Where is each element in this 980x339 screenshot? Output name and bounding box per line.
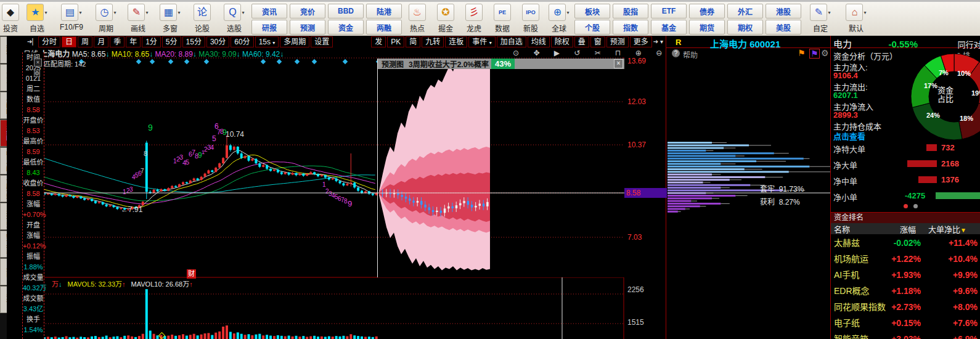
rank-name[interactable]: EDR概念	[834, 283, 870, 299]
collapse-sidebar-icon[interactable]: ➔▏	[27, 38, 37, 45]
toolbar-item-掘金[interactable]: ✪掘金	[431, 2, 460, 36]
tab-季[interactable]: 季	[110, 36, 125, 47]
cai-badge[interactable]: 财	[187, 269, 196, 279]
tab-日[interactable]: 日	[62, 36, 76, 47]
toolbar-item-F10/F9[interactable]: ▤▾F10/F9	[53, 2, 90, 36]
toolbar-button-研报[interactable]: 研报	[251, 20, 287, 35]
toolbar-button-预测[interactable]: 预测	[290, 20, 325, 35]
rank-name[interactable]: AI手机	[834, 267, 859, 283]
tab-事件[interactable]: 事件 ▾	[468, 36, 495, 47]
gear-icon[interactable]: ⚙	[34, 67, 40, 78]
toolbar-button-板块[interactable]: 板块	[574, 4, 610, 18]
help-label[interactable]: 帮助	[683, 49, 698, 60]
toolbar-button-外汇[interactable]: 外汇	[727, 4, 763, 18]
rank-name[interactable]: 电子纸	[834, 315, 860, 331]
sidebar-tab-自选设置[interactable]: 自选设置	[0, 203, 7, 230]
chevron-down-icon[interactable]: ▾	[828, 10, 830, 15]
chevron-down-icon[interactable]: ▾	[145, 10, 148, 15]
chart-tool-icons[interactable]: ⊙ ✥ ▶ ↺ ✂ ⊓ ⊕ ⊖	[513, 49, 668, 57]
sector-name[interactable]: 电力	[833, 39, 852, 49]
close-icon[interactable]: ×	[34, 59, 42, 67]
chevron-down-icon[interactable]: ▾	[178, 10, 180, 15]
toolbar-button-期权[interactable]: 期权	[727, 20, 763, 35]
chevron-down-icon[interactable]: ▾	[242, 10, 244, 15]
fund-row[interactable]: 点击查看	[833, 130, 865, 142]
tab-60分[interactable]: 60分	[231, 36, 253, 47]
toolbar-item-多窗[interactable]: ▦▾多窗	[154, 2, 186, 36]
toolbar-item-全球[interactable]: ⊕▾全球	[545, 2, 573, 36]
chevron-down-icon[interactable]: ▾	[864, 10, 866, 15]
toolbar-button-ETF[interactable]: ETF	[651, 4, 687, 18]
toolbar-button-期货[interactable]: 期货	[689, 20, 725, 35]
sidebar-tab-K线图[interactable]: K线图	[0, 120, 7, 147]
tab-九转[interactable]: 九转	[422, 36, 444, 47]
toolbar-button-港股[interactable]: 港股	[766, 4, 801, 18]
toolbar-item-热点[interactable]: ♨热点	[403, 2, 431, 36]
chevron-down-icon[interactable]: ▾	[566, 10, 569, 15]
toolbar-button-BBD[interactable]: BBD	[328, 4, 364, 18]
toolbar-item-龙虎[interactable]: 彡龙虎	[460, 2, 488, 36]
prediction-header[interactable]: 预测图 3周期收益大于2.0%概率 43% ×	[378, 59, 624, 69]
tab-15分[interactable]: 15分	[182, 36, 205, 47]
tab-预测[interactable]: 预测	[606, 36, 629, 47]
toolbar-item-新股[interactable]: IPO新股	[517, 2, 545, 36]
stock-name-code[interactable]: 上海电力 600021	[710, 37, 780, 50]
rank-row-EDR概念[interactable]: EDR概念 +1.18% +9.6%	[831, 283, 980, 299]
close-icon[interactable]: ×	[614, 59, 623, 68]
pagination-dot-active[interactable]	[904, 204, 908, 208]
tab-均线[interactable]: 均线	[528, 36, 550, 47]
orange-flag-icon[interactable]: ⚑	[798, 49, 806, 57]
col-ratio[interactable]: 大单净比▼	[928, 223, 966, 235]
rank-row-智能音箱[interactable]: 智能音箱 +3.03% +6.9%	[831, 331, 980, 339]
toolbar-button-竞价[interactable]: 竞价	[290, 4, 325, 18]
expand-more-icon[interactable]: ➔ ▾	[653, 38, 663, 45]
chevron-down-icon[interactable]: ▾	[44, 10, 47, 15]
toolbar-button-陆港[interactable]: 陆港	[366, 4, 402, 18]
rank-row-太赫兹[interactable]: 太赫兹 -0.02% +11.4%	[831, 235, 980, 251]
sidebar-tab-资讯[interactable]: 资讯	[0, 286, 7, 313]
col-change[interactable]: 涨幅	[900, 223, 916, 235]
toolbar-item-画线[interactable]: ✎▾画线	[122, 2, 154, 36]
tab-15s[interactable]: 15s ▾	[255, 36, 279, 47]
tab-周[interactable]: 周	[78, 36, 92, 47]
tab-连板[interactable]: 连板	[445, 36, 467, 47]
tab-简[interactable]: 简	[406, 36, 420, 47]
tab-叠[interactable]: 叠	[574, 36, 589, 47]
sidebar-tab-首页[interactable]: 首页	[0, 64, 7, 91]
peer-compare-link[interactable]: 同行对	[957, 40, 980, 49]
rank-row-电子纸[interactable]: 电子纸 +0.15% +7.6%	[831, 315, 980, 331]
tab-5分[interactable]: 5分	[162, 36, 181, 47]
toolbar-item-投资[interactable]: ◆投资	[0, 2, 21, 36]
tab-月[interactable]: 月	[94, 36, 108, 47]
chevron-down-icon[interactable]: ▾	[113, 10, 116, 15]
tab-30分[interactable]: 30分	[206, 36, 229, 47]
tab-PK[interactable]: PK	[387, 36, 404, 47]
toolbar-button-资金[interactable]: 资金	[328, 20, 364, 35]
toolbar-item-论股[interactable]: 论论股	[186, 2, 218, 36]
toolbar-item-周期[interactable]: ◷▾周期	[90, 2, 122, 36]
tab-年[interactable]: 年	[126, 36, 141, 47]
rank-row-机场航运[interactable]: 机场航运 +1.22% +10.4%	[831, 251, 980, 267]
sidebar-tab-分时图[interactable]: 分时图	[0, 92, 7, 119]
toolbar-button-个股[interactable]: 个股	[574, 20, 610, 35]
sidebar-tab-综合排名[interactable]: 综合排名	[0, 231, 7, 258]
rank-name[interactable]: 智能音箱	[834, 331, 868, 339]
toolbar-item-默认[interactable]: ⌂▾默认	[838, 2, 874, 36]
toolbar-item-自选[interactable]: ★▾自选	[21, 2, 53, 36]
rank-name[interactable]: 太赫兹	[834, 235, 860, 251]
tab-1分[interactable]: 1分	[142, 36, 161, 47]
tab-更多[interactable]: 更多	[630, 36, 652, 47]
sidebar-tab-个股资料[interactable]: 个股资料	[0, 175, 7, 202]
toolbar-button-美股[interactable]: 美股	[766, 20, 801, 35]
col-name[interactable]: 名称	[834, 223, 850, 235]
rank-row-同花顺果指数[interactable]: 同花顺果指数 +2.73% +8.0%	[831, 299, 980, 315]
tab-发[interactable]: 发	[371, 36, 386, 47]
toolbar-button-基金[interactable]: 基金	[651, 20, 687, 35]
chevron-down-icon[interactable]: ▾	[79, 10, 81, 15]
toolbar-item-数据[interactable]: PE数据	[488, 2, 517, 36]
sidebar-tab-闪电分时[interactable]: 闪电分时	[0, 147, 7, 174]
tab-多周期[interactable]: 多周期	[280, 36, 309, 47]
rank-row-AI手机[interactable]: AI手机 +1.93% +9.9%	[831, 267, 980, 283]
gear-icon[interactable]: ⚙	[821, 49, 829, 57]
rank-name[interactable]: 机场航运	[834, 251, 868, 267]
